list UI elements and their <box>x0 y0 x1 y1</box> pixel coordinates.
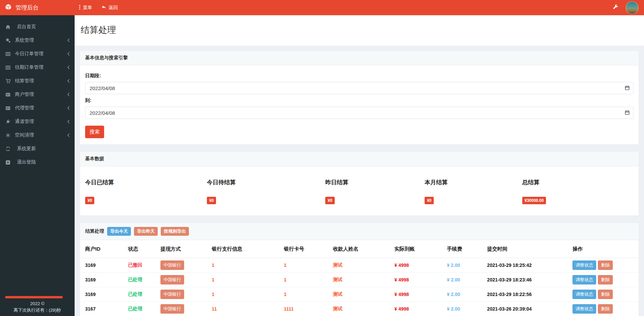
table-panel-title: 结算处理 <box>85 228 104 234</box>
menu-toggle-label: 菜单 <box>83 5 92 11</box>
dots-vertical-icon <box>79 5 81 11</box>
sign-out-icon <box>5 160 15 165</box>
cell-payee: 测试 <box>330 258 392 273</box>
stat-value-badge: ¥0 <box>207 197 216 204</box>
sidebar-item-label: 代理管理 <box>15 105 34 111</box>
brand[interactable]: 管理后台 <box>0 0 75 15</box>
col-fee: 手续费 <box>444 240 485 258</box>
delete-button[interactable]: 删除 <box>598 260 613 270</box>
sidebar-item-label: 今日订单管理 <box>15 51 43 57</box>
cell-card: 1 <box>281 258 330 273</box>
chevron-left-icon <box>67 133 70 137</box>
cell-branch: 1 <box>209 273 281 287</box>
cell-fee: ¥ 2.00 <box>444 287 485 302</box>
cell-card: 1 <box>281 273 330 287</box>
bank-badge: 中国银行 <box>160 275 184 285</box>
main-content: 结算处理 基本信息与搜索引擎 日期段: 到: <box>75 0 644 316</box>
cell-merchant-id: 3167 <box>80 302 125 316</box>
wrench-icon[interactable] <box>612 4 618 11</box>
col-method: 提现方式 <box>158 240 209 258</box>
stat-label: 总结算 <box>522 178 633 186</box>
stat-settled-today: 今日已结算 ¥0 <box>85 178 207 204</box>
cell-fee: ¥ 2.00 <box>444 302 485 316</box>
col-submit-time: 提交时间 <box>484 240 570 258</box>
page-title: 结算处理 <box>81 24 638 36</box>
calendar-icon[interactable] <box>625 85 630 92</box>
sidebar-item-label: 系统管理 <box>15 37 34 43</box>
adjust-status-button[interactable]: 调整状态 <box>572 290 596 299</box>
delete-button[interactable]: 删除 <box>598 290 613 299</box>
id-card-icon <box>5 92 15 97</box>
stat-label: 今日已结算 <box>85 178 207 186</box>
export-yesterday-button[interactable]: 导出昨天 <box>134 227 158 236</box>
user-avatar[interactable] <box>626 1 639 14</box>
sidebar-item-label: 商户管理 <box>15 91 34 98</box>
export-by-rule-button[interactable]: 按规则导出 <box>161 227 189 236</box>
export-today-button[interactable]: 导出今天 <box>107 227 131 236</box>
stat-yesterday: 昨日结算 ¥0 <box>325 178 425 204</box>
status-badge: 已撤回 <box>125 258 158 273</box>
chevron-left-icon <box>67 52 70 56</box>
date-from-input[interactable] <box>85 82 633 94</box>
sidebar-item-home[interactable]: 后台首页 <box>0 20 75 34</box>
chevron-left-icon <box>67 120 70 124</box>
chevron-left-icon <box>67 92 70 97</box>
delete-button[interactable]: 删除 <box>598 304 613 314</box>
date-from-label: 日期段: <box>85 73 633 79</box>
back-link[interactable]: 返回 <box>101 5 118 11</box>
cube-icon <box>5 4 12 12</box>
calendar-icon[interactable] <box>625 110 630 117</box>
stat-label: 昨日结算 <box>325 178 425 186</box>
stat-value-badge: ¥0 <box>85 197 94 204</box>
adjust-status-button[interactable]: 调整状态 <box>572 275 596 285</box>
cell-amount: ¥ 4998 <box>392 258 444 273</box>
menu-toggle[interactable]: 菜单 <box>79 5 92 11</box>
cell-merchant-id: 3169 <box>80 273 125 287</box>
stat-month: 本月结算 ¥0 <box>425 178 522 204</box>
sidebar-item-update[interactable]: 系统更新 <box>0 142 75 155</box>
settlement-table: 商户ID 状态 提现方式 银行支行信息 银行卡号 收款人姓名 实际到账 手续费 … <box>80 240 639 316</box>
table-header-row: 商户ID 状态 提现方式 银行支行信息 银行卡号 收款人姓名 实际到账 手续费 … <box>80 240 639 258</box>
footer-year: 2022 © <box>0 300 75 307</box>
plug-icon <box>5 119 15 124</box>
sidebar-item-channels[interactable]: 通道管理 <box>0 115 75 128</box>
col-merchant-id: 商户ID <box>80 240 125 258</box>
back-link-label: 返回 <box>109 5 118 11</box>
stat-value-badge: ¥0 <box>425 197 434 204</box>
adjust-status-button[interactable]: 调整状态 <box>572 260 596 270</box>
home-icon <box>5 24 15 29</box>
table-row: 3169 已撤回 中国银行 1 1 测试 ¥ 4998 ¥ 2.00 2021-… <box>80 258 639 273</box>
cell-branch: 1 <box>209 258 281 273</box>
stat-label: 今日待结算 <box>207 178 325 186</box>
sidebar-item-cleanup[interactable]: 空间清理 <box>0 128 75 142</box>
id-card-icon <box>5 106 15 111</box>
cell-amount: ¥ 4998 <box>392 273 444 287</box>
table-row: 3169 已处理 中国银行 1 1 测试 ¥ 4998 ¥ 2.00 2021-… <box>80 287 639 302</box>
col-card-number: 银行卡号 <box>281 240 330 258</box>
status-badge: 已处理 <box>125 287 158 302</box>
sidebar-item-merchants[interactable]: 商户管理 <box>0 88 75 101</box>
cell-merchant-id: 3169 <box>80 287 125 302</box>
sidebar-item-logout[interactable]: 退出登陆 <box>0 155 75 169</box>
search-button[interactable]: 搜索 <box>85 126 104 138</box>
sidebar-item-system[interactable]: 系统管理 <box>0 34 75 47</box>
cell-time: 2021-03-29 18:25:42 <box>484 258 570 273</box>
reply-arrow-icon <box>101 5 106 10</box>
date-to-input[interactable] <box>85 107 633 119</box>
stats-panel: 基本数据 今日已结算 ¥0 今日待结算 ¥0 昨日结算 ¥0 本月结算 ¥0 <box>80 151 639 216</box>
adjust-status-button[interactable]: 调整状态 <box>572 304 596 314</box>
sidebar-item-label: 空间清理 <box>15 132 34 138</box>
chevron-left-icon <box>67 79 70 83</box>
col-branch-info: 银行支行信息 <box>209 240 281 258</box>
delete-button[interactable]: 删除 <box>598 275 613 285</box>
sidebar-item-settlement[interactable]: 结算管理 <box>0 74 75 88</box>
sidebar-footer: 2022 © 离下次执行还有：(28)秒 <box>0 300 75 313</box>
cell-payee: 测试 <box>330 273 392 287</box>
sidebar-item-label: 结算管理 <box>15 78 34 84</box>
brand-title: 管理后台 <box>16 4 39 12</box>
stats-panel-title: 基本数据 <box>80 152 639 166</box>
sidebar-item-past-orders[interactable]: 往期订单管理 <box>0 61 75 74</box>
sidebar-item-today-orders[interactable]: 今日订单管理 <box>0 47 75 61</box>
sidebar-item-agents[interactable]: 代理管理 <box>0 101 75 115</box>
sidebar-item-label: 后台首页 <box>15 24 36 30</box>
